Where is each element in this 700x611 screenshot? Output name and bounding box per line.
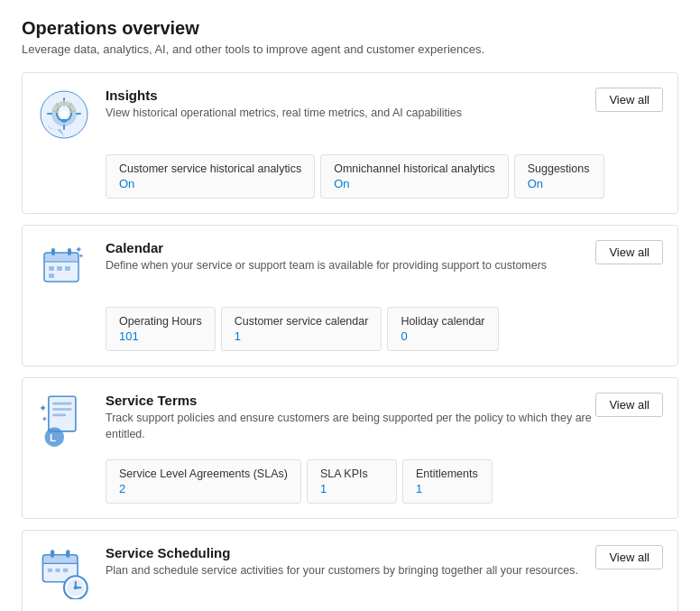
card-value-calendar-1: 1 [235,329,369,343]
card-label-calendar-1: Customer service calendar [235,315,369,328]
svg-text:✦: ✦ [41,415,48,423]
section-action-calendar: View all [595,240,663,264]
card-calendar-2[interactable]: Holiday calendar0 [387,307,498,351]
svg-rect-42 [63,569,68,572]
section-top-service-scheduling: Service SchedulingPlan and schedule serv… [37,545,663,599]
section-desc-service-scheduling: Plan and schedule service activities for… [106,563,595,579]
section-top-insights: InsightsView historical operational metr… [37,88,663,142]
card-insights-2[interactable]: SuggestionsOn [514,154,604,199]
section-desc-insights: View historical operational metrics, rea… [106,106,595,122]
section-service-terms: L ✦ ✦ Service TermsTrack support policie… [22,377,678,519]
section-desc-service-terms: Track support policies and ensure custom… [106,411,595,442]
section-action-service-scheduling: View all [595,545,663,569]
section-top-service-terms: L ✦ ✦ Service TermsTrack support policie… [37,393,663,447]
svg-rect-29 [52,408,71,411]
svg-text:L: L [50,431,56,443]
card-value-insights-2: On [528,177,591,190]
card-value-service-terms-2: 1 [416,482,479,495]
sections-container: InsightsView historical operational metr… [22,72,678,611]
card-label-calendar-2: Holiday calendar [401,315,484,328]
svg-rect-22 [57,266,62,271]
card-value-service-terms-0: 2 [119,482,288,495]
section-info-service-terms: Service TermsTrack support policies and … [106,393,595,442]
svg-point-47 [74,586,78,589]
section-action-insights: View all [595,88,663,112]
svg-line-15 [54,111,58,112]
page-subtitle: Leverage data, analytics, AI, and other … [22,42,678,56]
svg-text:✦: ✦ [78,253,84,259]
page-title: Operations overview [22,18,678,39]
section-calendar: ✦ ✦ CalendarDefine when your service or … [22,225,678,366]
section-title-calendar: Calendar [106,240,595,255]
section-title-service-scheduling: Service Scheduling [106,545,595,560]
section-info-insights: InsightsView historical operational metr… [106,88,595,122]
card-insights-1[interactable]: Omnichannel historical analyticsOn [320,154,509,199]
card-value-calendar-2: 0 [401,329,484,343]
card-value-calendar-0: 101 [119,329,202,343]
service-terms-icon: L ✦ ✦ [37,393,91,447]
section-action-service-terms: View all [595,393,663,417]
cards-row-insights: Customer service historical analyticsOnO… [106,154,663,199]
svg-rect-40 [48,569,52,572]
section-desc-calendar: Define when your service or support team… [106,258,595,274]
view-all-button-service-terms[interactable]: View all [595,393,663,417]
cards-row-calendar: Operating Hours101Customer service calen… [106,307,663,351]
svg-rect-24 [49,273,54,278]
svg-rect-23 [65,266,70,271]
card-label-insights-1: Omnichannel historical analytics [334,162,495,175]
svg-rect-30 [52,414,66,417]
svg-rect-19 [51,248,55,255]
card-calendar-0[interactable]: Operating Hours101 [106,307,216,351]
svg-point-8 [58,106,70,120]
card-insights-0[interactable]: Customer service historical analyticsOn [106,154,315,199]
svg-line-13 [71,111,75,112]
section-service-scheduling: Service SchedulingPlan and schedule serv… [22,530,678,611]
section-top-calendar: ✦ ✦ CalendarDefine when your service or … [37,240,663,294]
svg-rect-39 [66,550,69,558]
service-scheduling-icon [37,545,91,599]
card-calendar-1[interactable]: Customer service calendar1 [221,307,382,351]
card-value-insights-0: On [119,177,301,190]
svg-text:✦: ✦ [39,403,47,413]
svg-rect-41 [55,569,60,572]
section-title-service-terms: Service Terms [106,393,595,408]
card-label-service-terms-0: Service Level Agreements (SLAs) [119,468,288,480]
svg-rect-36 [42,555,78,564]
svg-rect-38 [51,550,54,558]
card-service-terms-1[interactable]: SLA KPIs1 [307,459,397,504]
card-value-service-terms-1: 1 [320,482,383,495]
calendar-icon: ✦ ✦ [37,240,91,294]
page-container: Operations overview Leverage data, analy… [0,0,700,611]
section-info-calendar: CalendarDefine when your service or supp… [106,240,595,274]
card-label-service-terms-1: SLA KPIs [320,468,383,480]
card-label-calendar-0: Operating Hours [119,315,202,328]
view-all-button-service-scheduling[interactable]: View all [595,545,663,569]
card-value-insights-1: On [334,177,495,190]
card-service-terms-0[interactable]: Service Level Agreements (SLAs)2 [106,459,301,504]
card-label-insights-2: Suggestions [528,162,591,175]
card-service-terms-2[interactable]: Entitlements1 [402,459,493,504]
card-label-insights-0: Customer service historical analytics [119,162,301,175]
svg-rect-20 [68,248,71,255]
section-title-insights: Insights [106,88,595,103]
insights-icon [37,88,91,142]
card-label-service-terms-2: Entitlements [416,468,479,480]
view-all-button-insights[interactable]: View all [595,88,663,112]
section-insights: InsightsView historical operational metr… [22,72,678,214]
svg-rect-28 [52,403,71,405]
svg-rect-17 [44,253,78,262]
svg-rect-27 [49,396,76,431]
svg-rect-21 [49,266,54,271]
view-all-button-calendar[interactable]: View all [595,240,663,264]
section-info-service-scheduling: Service SchedulingPlan and schedule serv… [106,545,595,579]
cards-row-service-terms: Service Level Agreements (SLAs)2SLA KPIs… [106,459,663,504]
